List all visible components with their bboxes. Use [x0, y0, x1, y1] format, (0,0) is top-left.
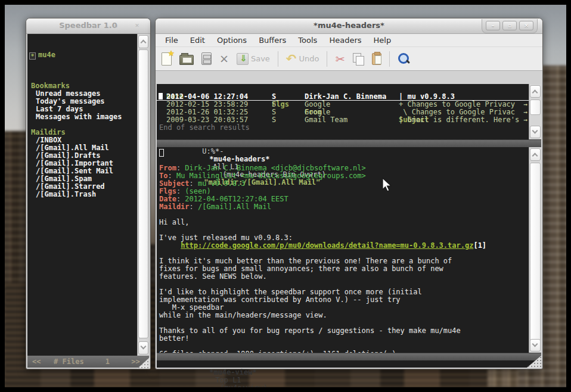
undo-icon: ↶	[286, 53, 297, 65]
scroll-down-button[interactable]	[138, 341, 148, 354]
text-cursor	[159, 149, 164, 157]
message-body-line: Thanks to all of you for bug reports / s…	[159, 327, 529, 335]
toolbar-separator	[389, 51, 390, 67]
speedbar-content: *mu4e BookmarksUnread messagesToday's me…	[27, 34, 137, 356]
desktop-wallpaper: Speedbar 1.0 – ▫ ✕ *mu4e BookmarksUnread…	[5, 5, 566, 387]
field-value: Dirk-Jan C. Binnema <djcb@djcbsoftware.n…	[185, 164, 365, 172]
field-colon: :	[190, 203, 198, 211]
field-colon: :	[190, 179, 198, 188]
expand-icon[interactable]: *	[29, 52, 36, 60]
speedbar-root-label: mu4e	[38, 51, 55, 59]
field-value: 2012-04-06T12:27:04 EEST	[185, 195, 288, 203]
field-colon: :	[176, 195, 185, 203]
tool-bar: ★ ✕ Save ↶ Undo ✂	[156, 47, 542, 71]
truncation-arrow-icon: →	[523, 101, 527, 108]
field-colon: :	[176, 187, 185, 195]
scroll-up-button[interactable]	[138, 35, 148, 48]
headers-modeline: U:%*- *mu4e-headers* All L1 (mu4e-header…	[157, 139, 541, 147]
field-value: (seen)	[185, 187, 210, 195]
message-body-line: features. See NEWS below.	[159, 273, 529, 281]
undo-button[interactable]: ↶ Undo	[286, 53, 319, 65]
menu-item-headers[interactable]: Headers	[323, 36, 367, 45]
menu-item-help[interactable]: Help	[368, 36, 398, 45]
cut-icon[interactable]: ✂	[335, 53, 345, 65]
field-value: mu v0.9.8.3	[198, 179, 245, 188]
speedbar-item-messages-with-images[interactable]: Messages with images	[27, 113, 137, 121]
speedbar-modeline: << # Files 1 >>	[27, 356, 149, 368]
message-body: From: Dirk-Jan C. Binnema <djcb@djcbsoft…	[157, 147, 529, 353]
field-label: To	[159, 172, 167, 180]
scroll-down-button[interactable]	[530, 339, 541, 351]
message-field-maildir: Maildir: /[Gmail].All Mail	[159, 203, 529, 211]
view-scrollbar[interactable]	[529, 147, 541, 353]
view-modeline: U:%*- *mu4e-view* Top L1 (mu4e:view)	[157, 353, 541, 360]
message-body-line: better!	[159, 335, 529, 343]
scroll-up-button[interactable]	[530, 85, 541, 98]
paste-icon[interactable]	[372, 53, 381, 65]
mu4e-view-pane: From: Dirk-Jan C. Binnema <djcb@djcbsoft…	[157, 147, 541, 353]
close-buffer-icon[interactable]: ✕	[219, 53, 229, 65]
save-button[interactable]: Save	[237, 53, 270, 65]
field-value: Mu Mailinglist <mu-discuss@googlegroups.…	[176, 172, 366, 180]
message-body-line: while in the main/headers/message view.	[159, 312, 529, 319]
headers-cursor	[159, 93, 163, 99]
field-colon: :	[176, 164, 185, 172]
speedbar-item-gmail-trash[interactable]: /[Gmail].Trash	[27, 191, 137, 198]
menu-item-options[interactable]: Options	[211, 36, 253, 45]
screen: Speedbar 1.0 – ▫ ✕ *mu4e BookmarksUnread…	[0, 0, 571, 392]
message-field-subject: Subject: mu v0.9.8.3	[159, 180, 529, 188]
truncation-arrow-icon: →	[523, 108, 527, 116]
open-file-icon[interactable]	[179, 55, 194, 65]
undo-label: Undo	[299, 54, 319, 63]
row-from: Gmail Team	[305, 116, 347, 124]
speedbar-root-line[interactable]: *mu4e	[27, 51, 137, 59]
field-label: Subject	[159, 179, 190, 188]
end-of-search-text: End of search results	[157, 124, 529, 132]
row-subject: | Gmail is different. Here's	[399, 116, 519, 124]
message-link-line: http://code.google.com/p/mu0/downloads/d…	[159, 242, 529, 250]
scrollbar-thumb[interactable]	[530, 99, 541, 115]
close-button[interactable]: ✕	[519, 21, 533, 30]
field-label: Maildir	[159, 203, 190, 211]
mouse-cursor	[382, 178, 392, 193]
field-colon: :	[167, 172, 176, 180]
download-link[interactable]: http://code.google.com/p/mu0/downloads/d…	[181, 241, 473, 250]
speedbar-scrollbar[interactable]	[137, 34, 149, 356]
search-icon[interactable]	[398, 52, 411, 66]
field-label: Date	[159, 195, 176, 203]
mu4e-headers-pane: Date Flgs From Subject 2012-04-06 12:27:…	[157, 84, 541, 139]
menu-bar: FileEditOptionsBuffersToolsHeadersHelp	[156, 34, 542, 47]
copy-icon[interactable]	[352, 53, 364, 65]
new-file-icon[interactable]: ★	[162, 52, 172, 66]
scrollbar-thumb[interactable]	[138, 49, 148, 338]
field-label: From	[159, 164, 176, 172]
field-value: /[Gmail].All Mail	[198, 203, 271, 211]
minimize-button[interactable]: –	[87, 21, 101, 31]
row-flags: S	[272, 116, 276, 124]
toolbar-separator	[327, 51, 327, 67]
maximize-button[interactable]: ▫	[502, 21, 517, 30]
close-button[interactable]: ✕	[130, 21, 144, 31]
headers-scrollbar[interactable]	[529, 84, 541, 139]
save-label: Save	[251, 54, 270, 63]
message-body-line: Hi all,	[159, 219, 529, 226]
maximize-button[interactable]: ▫	[108, 21, 123, 31]
link-footnote-ref: [1]	[473, 241, 486, 250]
emacs-window: *mu4e-headers* – ▫ ✕ FileEditOptionsBuff…	[155, 18, 543, 369]
scroll-down-button[interactable]	[530, 126, 541, 138]
speedbar-window: Speedbar 1.0 – ▫ ✕ *mu4e BookmarksUnread…	[26, 18, 151, 369]
dired-icon[interactable]	[201, 52, 212, 65]
minimize-button[interactable]: –	[486, 21, 500, 30]
scroll-up-button[interactable]	[530, 148, 541, 161]
menu-item-edit[interactable]: Edit	[184, 36, 211, 45]
scrollbar-thumb[interactable]	[530, 163, 541, 347]
field-label: Flgs	[159, 187, 176, 195]
echo-area[interactable]	[157, 360, 541, 368]
truncation-arrow-icon: →	[523, 116, 527, 124]
menu-item-file[interactable]: File	[159, 36, 184, 45]
speedbar-titlebar[interactable]: Speedbar 1.0 – ▫ ✕	[26, 18, 150, 34]
menu-item-buffers[interactable]: Buffers	[253, 36, 292, 45]
emacs-titlebar[interactable]: *mu4e-headers* – ▫ ✕	[156, 18, 542, 34]
menu-item-tools[interactable]: Tools	[292, 36, 323, 45]
modeline-modes: (mu4e:view)	[220, 384, 267, 387]
